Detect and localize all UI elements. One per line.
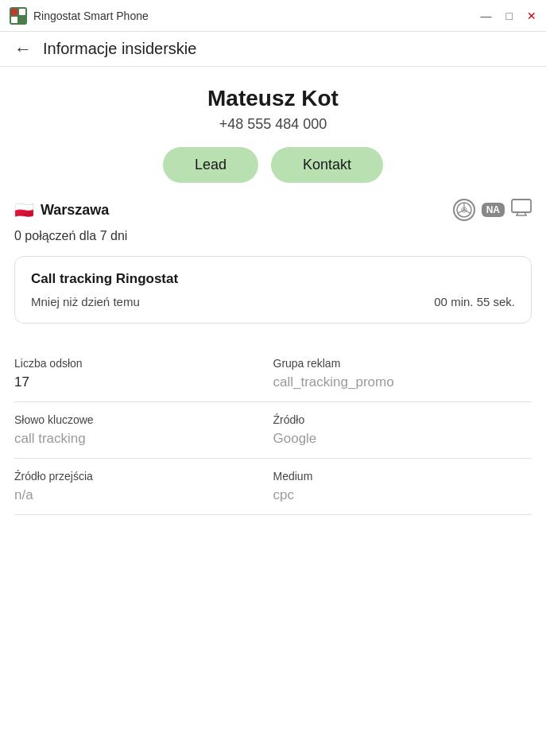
details-row: Słowo kluczowecall trackingŹródłoGoogle (14, 402, 532, 459)
detail-value: call tracking (14, 431, 265, 447)
location-row: 🇵🇱 Warszawa NA (14, 199, 532, 221)
detail-value: Google (273, 431, 525, 447)
svg-rect-4 (19, 17, 25, 23)
detail-value: 17 (14, 374, 265, 390)
back-button[interactable]: ← (14, 41, 32, 58)
header-nav: ← Informacje insiderskie (0, 32, 546, 67)
detail-label: Liczba odsłon (14, 357, 265, 370)
detail-label: Medium (273, 470, 525, 483)
profile-buttons: Lead Kontakt (14, 147, 532, 183)
title-bar-controls: — □ ✕ (481, 10, 536, 21)
location-left: 🇵🇱 Warszawa (14, 200, 109, 219)
call-time-label: Mniej niż dzień temu (31, 295, 140, 308)
call-card-title: Call tracking Ringostat (31, 271, 515, 287)
details-row: Liczba odsłon17Grupa reklamcall_tracking… (14, 346, 532, 402)
detail-value: n/a (14, 487, 265, 503)
details-row: Źródło przejścian/aMediumcpc (14, 459, 532, 515)
flag-icon: 🇵🇱 (14, 200, 34, 219)
city-label: Warszawa (41, 202, 109, 219)
app-title: Ringostat Smart Phone (33, 10, 149, 22)
profile-name: Mateusz Kot (14, 86, 532, 111)
detail-right-col: Grupa reklamcall_tracking_promo (273, 357, 532, 390)
app-icon (10, 7, 27, 25)
profile-section: Mateusz Kot +48 555 484 000 Lead Kontakt (14, 86, 532, 183)
title-bar: Ringostat Smart Phone — □ ✕ (0, 0, 546, 32)
chrome-icon (453, 199, 475, 221)
call-duration: 00 min. 55 sek. (434, 295, 515, 308)
svg-rect-2 (19, 9, 25, 15)
detail-left-col: Słowo kluczowecall tracking (14, 413, 273, 447)
detail-label: Źródło (273, 413, 525, 426)
page-title: Informacje insiderskie (43, 40, 196, 58)
detail-label: Źródło przejścia (14, 470, 265, 483)
profile-phone: +48 555 484 000 (14, 116, 532, 133)
call-tracking-card: Call tracking Ringostat Mniej niż dzień … (14, 256, 532, 324)
na-badge: NA (482, 203, 505, 217)
detail-value: call_tracking_promo (273, 374, 525, 390)
detail-right-col: ŹródłoGoogle (273, 413, 532, 447)
location-icons: NA (453, 199, 532, 221)
title-bar-left: Ringostat Smart Phone (10, 7, 149, 25)
svg-rect-3 (11, 17, 17, 23)
maximize-button[interactable]: □ (506, 10, 513, 21)
monitor-icon (511, 199, 532, 221)
connections-text: 0 połączeń dla 7 dni (14, 229, 532, 243)
close-button[interactable]: ✕ (527, 10, 536, 21)
detail-value: cpc (273, 487, 525, 503)
svg-rect-1 (11, 9, 17, 15)
minimize-button[interactable]: — (481, 10, 492, 21)
detail-right-col: Mediumcpc (273, 470, 532, 503)
contact-button[interactable]: Kontakt (271, 147, 383, 183)
content: Mateusz Kot +48 555 484 000 Lead Kontakt… (0, 67, 546, 751)
detail-left-col: Liczba odsłon17 (14, 357, 273, 390)
details-grid: Liczba odsłon17Grupa reklamcall_tracking… (14, 346, 532, 515)
svg-rect-10 (512, 200, 531, 212)
detail-left-col: Źródło przejścian/a (14, 470, 273, 503)
detail-label: Słowo kluczowe (14, 413, 265, 426)
call-card-row: Mniej niż dzień temu 00 min. 55 sek. (31, 295, 515, 308)
detail-label: Grupa reklam (273, 357, 525, 370)
lead-button[interactable]: Lead (163, 147, 258, 183)
